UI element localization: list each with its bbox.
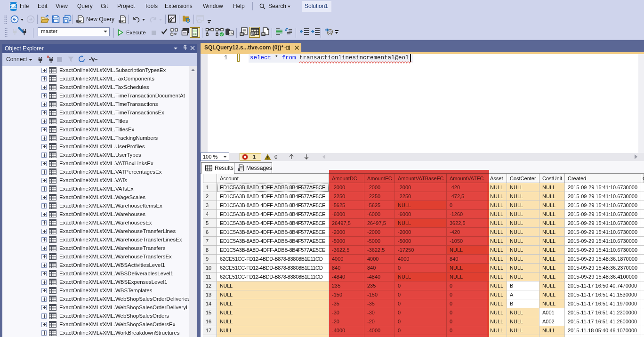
svg-text:01: 01 (251, 32, 254, 35)
svg-text:01: 01 (241, 33, 243, 36)
svg-text:01: 01 (262, 33, 265, 36)
